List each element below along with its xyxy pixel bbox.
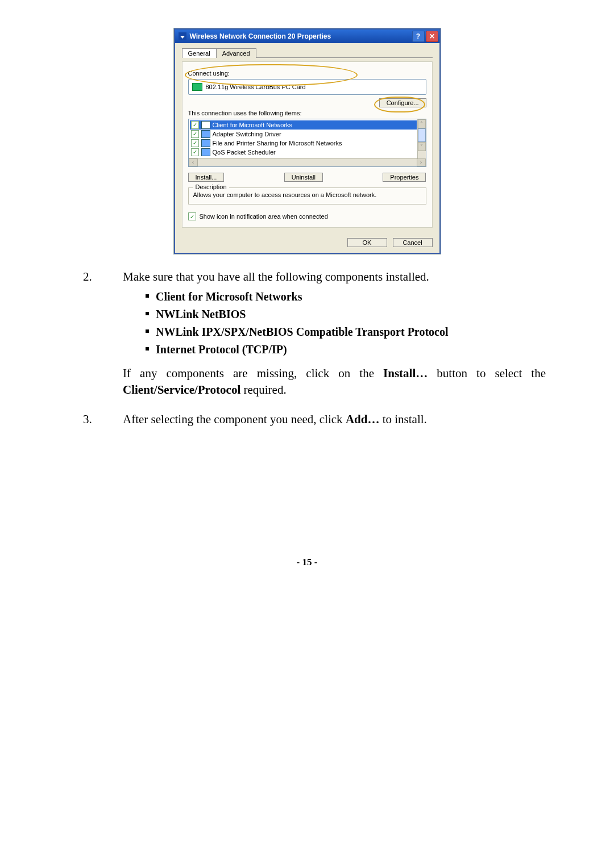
tab-advanced[interactable]: Advanced bbox=[216, 48, 256, 58]
cancel-button[interactable]: Cancel bbox=[393, 238, 433, 247]
step-2: 2. Make sure that you have all the follo… bbox=[68, 269, 546, 398]
help-button[interactable]: ? bbox=[412, 31, 425, 42]
document-body: 2. Make sure that you have all the follo… bbox=[68, 269, 546, 427]
list-item: Client for Microsoft Networks bbox=[146, 289, 546, 304]
list-item[interactable]: ✓ QoS Packet Scheduler bbox=[190, 148, 417, 157]
component-icon bbox=[201, 130, 210, 138]
list-item: NWLink IPX/SPX/NetBIOS Compatible Transp… bbox=[146, 324, 546, 340]
step-2-text: Make sure that you have all the followin… bbox=[123, 270, 429, 283]
checkbox-icon[interactable]: ✓ bbox=[191, 130, 199, 138]
scroll-thumb[interactable] bbox=[418, 128, 426, 142]
show-icon-row[interactable]: ✓ Show icon in notification area when co… bbox=[188, 212, 426, 220]
network-card-icon bbox=[192, 83, 202, 91]
description-legend: Description bbox=[193, 183, 229, 190]
titlebar: Wireless Network Connection 20 Propertie… bbox=[175, 30, 439, 43]
scroll-down-icon[interactable]: ˅ bbox=[418, 142, 426, 151]
install-button[interactable]: Install... bbox=[188, 173, 225, 182]
tab-general[interactable]: General bbox=[182, 48, 217, 58]
adapter-name: 802.11g Wireless CardBus PC Card bbox=[206, 84, 306, 90]
checkbox-icon[interactable]: ✓ bbox=[191, 148, 199, 156]
tab-strip: General Advanced bbox=[182, 48, 433, 58]
scroll-left-icon[interactable]: ‹ bbox=[189, 158, 198, 166]
properties-dialog: Wireless Network Connection 20 Propertie… bbox=[174, 28, 441, 254]
component-icon bbox=[201, 121, 210, 129]
checkbox-icon[interactable]: ✓ bbox=[191, 121, 199, 129]
list-item: NWLink NetBIOS bbox=[146, 307, 546, 322]
scroll-right-icon[interactable]: › bbox=[417, 158, 426, 166]
step-2-paragraph: If any components are missing, click on … bbox=[123, 365, 546, 398]
dialog-figure: Wireless Network Connection 20 Propertie… bbox=[68, 28, 546, 254]
step-number: 2. bbox=[68, 269, 123, 398]
description-group: Description Allows your computer to acce… bbox=[188, 187, 426, 205]
component-icon bbox=[201, 139, 210, 147]
horizontal-scrollbar[interactable]: ‹ › bbox=[189, 158, 426, 166]
wireless-icon bbox=[179, 32, 186, 40]
ok-button[interactable]: OK bbox=[347, 238, 387, 247]
uninstall-button[interactable]: Uninstall bbox=[284, 173, 323, 182]
configure-button[interactable]: Configure... bbox=[379, 98, 426, 107]
component-icon bbox=[201, 148, 210, 156]
component-list: Client for Microsoft Networks NWLink Net… bbox=[146, 289, 546, 357]
checkbox-icon[interactable]: ✓ bbox=[191, 139, 199, 147]
vertical-scrollbar[interactable]: ˄ ˅ bbox=[417, 119, 426, 158]
dialog-title: Wireless Network Connection 20 Propertie… bbox=[190, 32, 331, 40]
properties-button[interactable]: Properties bbox=[383, 173, 426, 182]
connect-using-label: Connect using: bbox=[188, 70, 426, 77]
list-item: Internet Protocol (TCP/IP) bbox=[146, 342, 546, 357]
close-button[interactable]: ✕ bbox=[426, 31, 438, 42]
general-panel: Connect using: 802.11g Wireless CardBus … bbox=[182, 61, 433, 228]
page-number: - 15 - bbox=[0, 557, 614, 568]
adapter-field[interactable]: 802.11g Wireless CardBus PC Card bbox=[188, 79, 426, 95]
list-item[interactable]: ✓ Client for Microsoft Networks bbox=[190, 120, 417, 130]
show-icon-label: Show icon in notification area when conn… bbox=[200, 213, 328, 220]
description-text: Allows your computer to access resources… bbox=[193, 191, 421, 198]
checkbox-icon[interactable]: ✓ bbox=[188, 212, 196, 220]
items-label: This connection uses the following items… bbox=[188, 110, 426, 116]
scroll-up-icon[interactable]: ˄ bbox=[418, 119, 426, 128]
step-number: 3. bbox=[68, 411, 123, 427]
step-3: 3. After selecting the component you nee… bbox=[68, 411, 546, 427]
list-item[interactable]: ✓ Adapter Switching Driver bbox=[190, 130, 417, 139]
list-item[interactable]: ✓ File and Printer Sharing for Microsoft… bbox=[190, 139, 417, 148]
items-listbox[interactable]: ✓ Client for Microsoft Networks ✓ Adapte… bbox=[188, 119, 426, 167]
